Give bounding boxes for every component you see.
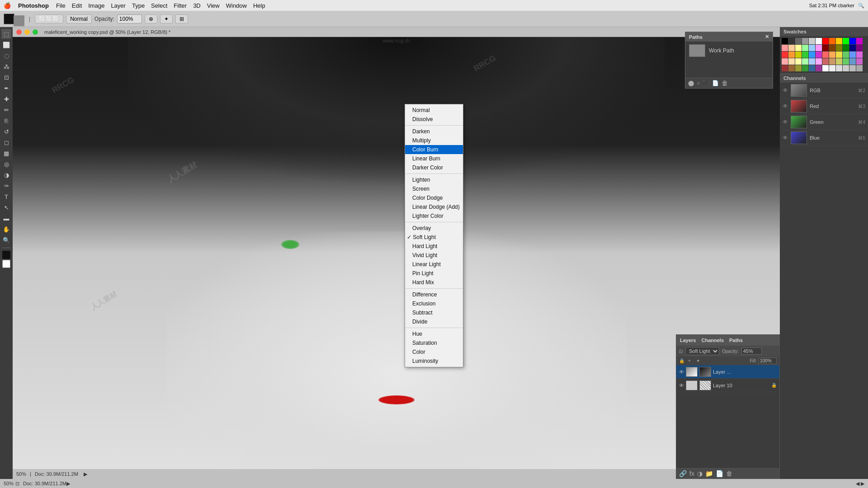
blend-exclusion[interactable]: Exclusion xyxy=(405,299,463,308)
blend-darker-color[interactable]: Darker Color xyxy=(405,163,463,172)
blend-pin-light[interactable]: Pin Light xyxy=(405,269,463,278)
swatch-color[interactable] xyxy=(802,65,808,71)
swatch-color[interactable] xyxy=(836,52,842,58)
link-layers-btn[interactable]: 🔗 xyxy=(679,470,687,477)
paths-delete-btn[interactable]: 🗑 xyxy=(722,80,728,87)
document-canvas[interactable]: RRCG 人人素材 RRCG 人人素材 RRCG www.rrcg.ch xyxy=(13,37,780,469)
menu-view[interactable]: View xyxy=(207,2,220,9)
swatch-color[interactable] xyxy=(816,52,822,58)
layers-opacity-input[interactable] xyxy=(741,347,762,355)
swatch-color[interactable] xyxy=(782,52,788,58)
path-select-tool[interactable]: ↖ xyxy=(1,202,11,212)
tab-layers[interactable]: Layers xyxy=(680,337,696,344)
minimize-button[interactable] xyxy=(24,29,30,35)
swatch-color[interactable] xyxy=(802,38,808,44)
blend-screen[interactable]: Screen xyxy=(405,184,463,193)
options-btn[interactable]: ⊞ xyxy=(175,14,188,23)
swatch-color[interactable] xyxy=(816,38,822,44)
swatch-color[interactable] xyxy=(836,58,842,65)
channel-row-green[interactable]: 👁 Green ⌘4 xyxy=(780,114,868,130)
blend-divide[interactable]: Divide xyxy=(405,317,463,326)
background-color[interactable] xyxy=(14,15,24,26)
swatch-color[interactable] xyxy=(849,52,856,58)
swatch-color[interactable] xyxy=(849,45,856,51)
fx-btn[interactable]: fx xyxy=(689,470,694,477)
work-path-row[interactable]: Work Path xyxy=(685,42,773,60)
menu-layer[interactable]: Layer xyxy=(111,2,126,9)
layer-row-10[interactable]: 👁 Layer 10 🔒 xyxy=(676,379,779,392)
eyedropper-tool[interactable]: ✒ xyxy=(1,83,11,93)
opacity-input[interactable] xyxy=(117,14,142,23)
layer-12-visibility[interactable]: 👁 xyxy=(679,369,684,375)
swatch-color[interactable] xyxy=(856,52,863,58)
new-layer-btn[interactable]: 📄 xyxy=(716,470,723,477)
channel-eye-blue[interactable]: 👁 xyxy=(783,135,788,141)
blend-vivid-light[interactable]: Vivid Light xyxy=(405,251,463,260)
shape-tool[interactable]: ▬ xyxy=(1,213,11,223)
swatch-color[interactable] xyxy=(802,58,808,65)
swatch-color[interactable] xyxy=(788,52,795,58)
swatch-color[interactable] xyxy=(809,45,815,51)
swatch-color[interactable] xyxy=(849,65,856,71)
blend-multiply[interactable]: Multiply xyxy=(405,136,463,145)
swatch-color[interactable] xyxy=(843,58,849,65)
blend-lighten[interactable]: Lighten xyxy=(405,175,463,184)
blend-soft-light[interactable]: Soft Light xyxy=(405,233,463,242)
brush-options-btn[interactable]: ⬜⬜⬜ xyxy=(35,14,63,23)
foreground-color[interactable] xyxy=(4,14,14,24)
move-tool[interactable]: ⬚ xyxy=(1,29,11,39)
blend-color-burn[interactable]: Color Burn xyxy=(405,145,463,154)
swatch-color[interactable] xyxy=(843,45,849,51)
layer-row-12[interactable]: 👁 Layer ... xyxy=(676,365,779,379)
swatch-color[interactable] xyxy=(795,38,802,44)
eraser-tool[interactable]: ◻ xyxy=(1,137,11,147)
menu-type[interactable]: Type xyxy=(132,2,145,9)
swatch-color[interactable] xyxy=(822,52,829,58)
swatch-color[interactable] xyxy=(829,45,835,51)
paths-panel-close[interactable]: ✕ xyxy=(765,34,769,40)
blend-color-dodge[interactable]: Color Dodge xyxy=(405,193,463,202)
swatch-color[interactable] xyxy=(795,58,802,65)
swatch-color[interactable] xyxy=(788,58,795,65)
swatch-color[interactable] xyxy=(782,38,788,44)
blend-dissolve[interactable]: Dissolve xyxy=(405,115,463,124)
menu-3d[interactable]: 3D xyxy=(193,2,201,9)
fill-input[interactable] xyxy=(759,357,777,364)
swatch-color[interactable] xyxy=(802,52,808,58)
swatch-color[interactable] xyxy=(802,45,808,51)
close-button[interactable] xyxy=(16,29,22,35)
menu-filter[interactable]: Filter xyxy=(174,2,187,9)
swatch-color[interactable] xyxy=(795,45,802,51)
swatch-color[interactable] xyxy=(856,38,863,44)
blend-hard-mix[interactable]: Hard Mix xyxy=(405,278,463,287)
brush-tool[interactable]: ✏ xyxy=(1,105,11,115)
clone-tool[interactable]: ⎘ xyxy=(1,116,11,126)
swatch-color[interactable] xyxy=(809,65,815,71)
swatch-color[interactable] xyxy=(836,38,842,44)
arrow-btn[interactable]: ▶ xyxy=(84,471,87,477)
swatch-color[interactable] xyxy=(822,45,829,51)
lasso-tool[interactable]: ◌ xyxy=(1,51,11,61)
nav-next-btn[interactable]: ▶ xyxy=(861,481,864,486)
search-icon[interactable]: 🔍 xyxy=(858,3,864,9)
swatch-color[interactable] xyxy=(816,65,822,71)
swatch-color[interactable] xyxy=(782,45,788,51)
text-tool[interactable]: T xyxy=(1,192,11,202)
blend-lighter-color[interactable]: Lighter Color xyxy=(405,211,463,221)
swatch-color[interactable] xyxy=(836,65,842,71)
paths-load-btn[interactable]: ⬛ xyxy=(703,80,709,86)
foreground-swatch[interactable] xyxy=(2,251,10,259)
dodge-tool[interactable]: ◑ xyxy=(1,170,11,180)
swatch-color[interactable] xyxy=(788,45,795,51)
blend-mode-btn[interactable]: Normal xyxy=(66,14,92,23)
blend-subtract[interactable]: Subtract xyxy=(405,308,463,317)
swatches-header[interactable]: Swatches xyxy=(780,27,868,36)
blend-linear-light[interactable]: Linear Light xyxy=(405,260,463,269)
swatch-color[interactable] xyxy=(829,52,835,58)
menu-select[interactable]: Select xyxy=(151,2,167,9)
blend-linear-dodge[interactable]: Linear Dodge (Add) xyxy=(405,202,463,211)
nav-prev-btn[interactable]: ◀ xyxy=(856,481,859,486)
swatch-color[interactable] xyxy=(809,38,815,44)
history-tool[interactable]: ↺ xyxy=(1,127,11,136)
healing-tool[interactable]: ✚ xyxy=(1,94,11,104)
